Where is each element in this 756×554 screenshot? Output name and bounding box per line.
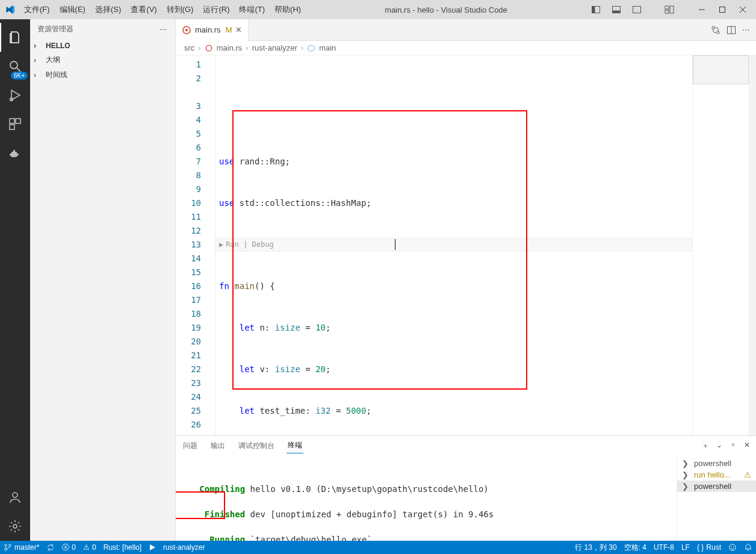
status-sync[interactable] xyxy=(43,541,58,554)
breadcrumb-module[interactable]: rust-analyzer xyxy=(252,43,297,52)
status-encoding[interactable]: UTF-8 xyxy=(650,541,678,554)
customize-layout-icon[interactable] xyxy=(661,1,678,18)
menu-terminal[interactable]: 终端(T) xyxy=(235,2,268,17)
more-icon[interactable]: ⋯ xyxy=(742,25,751,35)
tab-filename: main.rs xyxy=(195,25,221,34)
new-terminal-icon[interactable]: ＋ xyxy=(702,441,709,451)
tabs-row: main.rs M ✕ ⋯ xyxy=(176,19,756,41)
svg-point-12 xyxy=(10,61,17,69)
svg-point-27 xyxy=(206,45,212,51)
rust-file-icon xyxy=(205,44,213,52)
panel-tab-output[interactable]: 输出 xyxy=(209,438,226,453)
status-bell-icon[interactable] xyxy=(740,541,756,554)
compare-changes-icon[interactable] xyxy=(711,25,720,35)
layout-panel-right-icon[interactable] xyxy=(628,1,645,18)
svg-point-20 xyxy=(13,524,17,528)
menu-view[interactable]: 查看(V) xyxy=(127,2,160,17)
activity-bar: 6K+ xyxy=(0,19,30,541)
sidebar-more-icon[interactable]: ⋯ xyxy=(160,25,168,34)
breadcrumb-symbol[interactable]: main xyxy=(319,43,336,52)
panel-tab-problems[interactable]: 问题 xyxy=(182,438,199,453)
svg-rect-6 xyxy=(670,6,674,13)
terminal[interactable]: Compiling hello v0.1.0 (D:\mysetup\gopat… xyxy=(176,455,677,541)
sidebar-timeline[interactable]: › 时间线 xyxy=(30,67,175,82)
svg-rect-16 xyxy=(10,119,14,123)
line-number-gutter[interactable]: 12 34567 89101112 13141516 1718192021 22… xyxy=(176,55,207,435)
text-cursor xyxy=(395,239,395,250)
minimap[interactable] xyxy=(692,55,749,435)
terminal-session[interactable]: ❯powershell xyxy=(677,458,756,469)
editor-area: main.rs M ✕ ⋯ src › main.rs › rust-analy… xyxy=(176,19,756,541)
svg-point-29 xyxy=(5,549,7,551)
activity-settings-icon[interactable] xyxy=(0,512,30,541)
svg-point-34 xyxy=(733,546,734,547)
panel-tab-debug[interactable]: 调试控制台 xyxy=(237,438,276,453)
title-bar: 文件(F) 编辑(E) 选择(S) 查看(V) 转到(G) 运行(R) 终端(T… xyxy=(0,0,756,19)
menu-run[interactable]: 运行(R) xyxy=(199,2,233,17)
svg-rect-1 xyxy=(592,7,595,13)
close-icon[interactable]: ✕ xyxy=(235,25,242,34)
status-lsp[interactable]: rust-analyzer xyxy=(160,541,208,554)
status-warnings[interactable]: ⚠ 0 xyxy=(79,541,100,554)
status-spaces[interactable]: 空格: 4 xyxy=(621,541,650,554)
status-cursor-pos[interactable]: 行 13，列 30 xyxy=(571,541,620,554)
sidebar-title: 资源管理器 xyxy=(37,24,73,34)
menu-edit[interactable]: 编辑(E) xyxy=(56,2,89,17)
chevron-right-icon: › xyxy=(34,71,42,79)
tab-main-rs[interactable]: main.rs M ✕ xyxy=(176,19,249,41)
terminal-sessions: ❯powershell ❯run hello...⚠ ❯powershell xyxy=(677,455,756,541)
rust-file-icon xyxy=(182,25,191,35)
sidebar-explorer: 资源管理器 ⋯ › HELLO › 大纲 › 时间线 xyxy=(30,19,176,541)
menu-bar: 文件(F) 编辑(E) 选择(S) 查看(V) 转到(G) 运行(R) 终端(T… xyxy=(20,2,305,17)
chevron-right-icon: › xyxy=(34,42,42,50)
layout-panel-bottom-icon[interactable] xyxy=(608,1,625,18)
code-editor[interactable]: use rand::Rng; use std::collections::Has… xyxy=(215,55,692,435)
activity-accounts-icon[interactable] xyxy=(0,483,30,512)
menu-goto[interactable]: 转到(G) xyxy=(163,2,197,17)
code-lens[interactable]: ▶Run | Debug xyxy=(219,238,692,252)
menu-help[interactable]: 帮助(H) xyxy=(271,2,305,17)
status-branch[interactable]: master* xyxy=(0,541,43,554)
menu-file[interactable]: 文件(F) xyxy=(20,2,54,17)
svg-rect-7 xyxy=(665,10,669,13)
panel-tab-terminal[interactable]: 终端 xyxy=(287,438,303,453)
minimize-icon[interactable] xyxy=(693,1,710,18)
layout-panel-left-icon[interactable] xyxy=(587,1,604,18)
tab-modified-marker: M xyxy=(226,25,232,34)
status-run-icon[interactable] xyxy=(145,541,160,554)
status-errors[interactable]: ⓧ 0 xyxy=(58,541,79,554)
close-icon[interactable] xyxy=(734,1,751,18)
breadcrumb-file[interactable]: main.rs xyxy=(217,43,243,52)
status-language[interactable]: { } Rust xyxy=(693,541,725,554)
bottom-panel: 问题 输出 调试控制台 终端 ＋ ⌄ ＾ ✕ Compiling hello v… xyxy=(176,435,756,541)
svg-point-23 xyxy=(712,26,714,28)
maximize-icon[interactable] xyxy=(714,1,731,18)
maximize-panel-icon[interactable]: ＾ xyxy=(730,441,737,451)
activity-extensions-icon[interactable] xyxy=(0,110,30,138)
activity-explorer-icon[interactable] xyxy=(0,23,30,52)
svg-rect-18 xyxy=(10,125,14,129)
status-rust-crate[interactable]: Rust: [hello] xyxy=(100,541,145,554)
close-icon[interactable]: ✕ xyxy=(744,441,750,451)
activity-run-icon[interactable] xyxy=(0,81,30,110)
search-badge: 6K+ xyxy=(11,72,28,79)
symbol-struct-icon xyxy=(307,44,315,52)
status-feedback-icon[interactable] xyxy=(725,541,740,554)
menu-select[interactable]: 选择(S) xyxy=(91,2,125,17)
activity-search-icon[interactable]: 6K+ xyxy=(0,52,30,81)
chevron-right-icon: › xyxy=(34,56,42,64)
status-bar: master* ⓧ 0 ⚠ 0 Rust: [hello] rust-analy… xyxy=(0,541,756,554)
svg-rect-4 xyxy=(633,7,641,13)
svg-point-28 xyxy=(5,544,7,547)
sidebar-outline[interactable]: › 大纲 xyxy=(30,52,175,67)
terminal-session[interactable]: ❯powershell xyxy=(677,481,756,492)
chevron-down-icon[interactable]: ⌄ xyxy=(716,441,722,451)
sidebar-root-folder[interactable]: › HELLO xyxy=(30,39,175,52)
overview-ruler[interactable] xyxy=(749,55,756,435)
breadcrumbs[interactable]: src › main.rs › rust-analyzer › main xyxy=(176,41,756,55)
activity-docker-icon[interactable] xyxy=(0,138,30,167)
status-eol[interactable]: LF xyxy=(678,541,693,554)
terminal-session[interactable]: ❯run hello...⚠ xyxy=(677,469,756,481)
split-editor-icon[interactable] xyxy=(727,25,736,35)
breadcrumb-src[interactable]: src xyxy=(184,43,194,52)
